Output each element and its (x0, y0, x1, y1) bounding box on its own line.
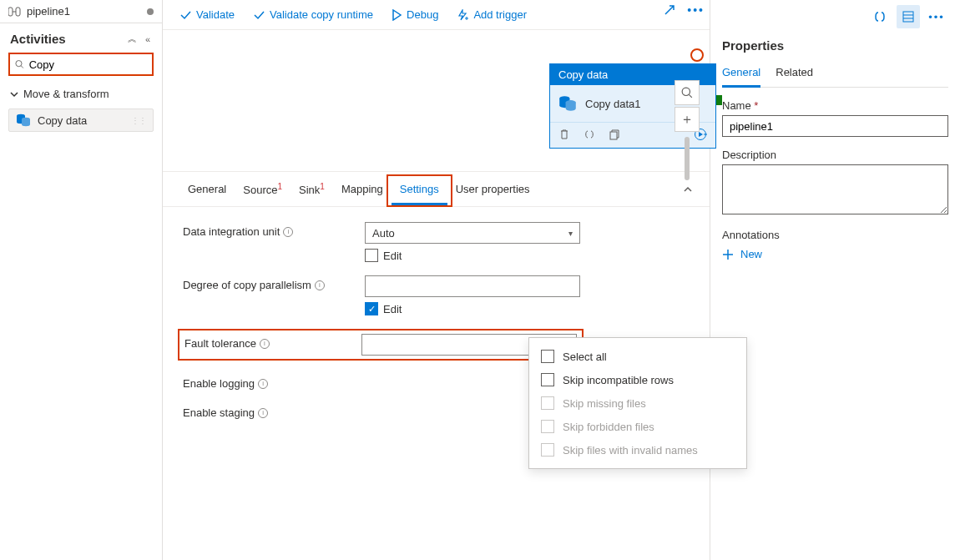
svg-rect-11 (610, 132, 617, 139)
properties-more-icon[interactable]: ••• (925, 5, 948, 28)
parallelism-label: Degree of copy parallelism (183, 279, 311, 291)
highlight-marker-icon (690, 48, 704, 62)
collapse-double-icon[interactable]: ︽ (126, 33, 139, 45)
validate-copy-button[interactable]: Validate copy runtime (253, 8, 373, 21)
option-label: Skip files with invalid names (563, 444, 698, 457)
info-icon[interactable]: i (315, 280, 325, 290)
activity-copy-data[interactable]: Copy data ⋮⋮ (8, 108, 154, 132)
settings-form: Data integration uniti Auto ▾ Edit Degre… (163, 207, 710, 447)
name-input[interactable] (722, 115, 948, 137)
svg-line-15 (689, 94, 692, 98)
activities-search-input[interactable] (29, 58, 147, 71)
option-label: Skip forbidden files (563, 421, 654, 433)
validate-label: Validate (196, 8, 235, 21)
checkbox-icon (541, 420, 554, 433)
canvas-search-button[interactable] (675, 80, 700, 105)
pipeline-icon (8, 6, 22, 18)
sink-badge: 1 (320, 182, 325, 191)
checkbox-icon (541, 350, 554, 363)
props-tab-related[interactable]: Related (776, 61, 813, 87)
svg-rect-16 (903, 12, 913, 22)
info-icon[interactable]: i (258, 379, 268, 389)
code-icon[interactable] (584, 129, 595, 140)
fault-tolerance-option: Skip files with invalid names (529, 438, 746, 462)
clone-icon[interactable] (609, 129, 620, 140)
svg-line-4 (21, 66, 23, 68)
parallelism-edit-checkbox[interactable]: ✓ Edit (365, 302, 580, 315)
props-tab-general[interactable]: General (722, 61, 760, 88)
tab-mapping[interactable]: Mapping (333, 173, 392, 205)
trigger-icon (457, 9, 468, 21)
collapse-left-icon[interactable]: « (144, 34, 152, 44)
validate-copy-label: Validate copy runtime (270, 8, 373, 21)
checkbox-icon (541, 443, 554, 457)
properties-view-button[interactable] (897, 5, 920, 28)
tab-user-properties[interactable]: User properties (447, 173, 538, 205)
properties-panel: ••• Properties General Related Name * De… (710, 0, 960, 560)
group-move-transform[interactable]: Move & transform (0, 83, 162, 105)
fault-tolerance-label: Fault tolerance (184, 337, 256, 350)
validate-button[interactable]: Validate (179, 8, 235, 21)
tab-sink[interactable]: Sink1 (291, 172, 333, 206)
svg-rect-1 (16, 8, 20, 16)
tab-settings[interactable]: Settings (392, 173, 447, 205)
checkbox-icon (541, 373, 554, 386)
pipeline-toolbar: Validate Validate copy runtime Debug Add… (163, 0, 710, 30)
description-input[interactable] (722, 164, 948, 214)
properties-heading: Properties (722, 38, 948, 53)
main-area: ••• Validate Validate copy runtime Debug… (163, 0, 710, 560)
canvas-add-button[interactable]: ＋ (675, 107, 700, 132)
new-annotation-button[interactable]: New (722, 248, 948, 260)
check-icon (253, 9, 265, 21)
code-view-button[interactable] (868, 5, 892, 28)
fault-tolerance-option[interactable]: Skip incompatible rows (529, 368, 746, 391)
diu-edit-checkbox[interactable]: Edit (365, 249, 580, 262)
fault-tolerance-option: Skip forbidden files (529, 415, 746, 438)
add-trigger-button[interactable]: Add trigger (457, 8, 527, 21)
group-label: Move & transform (23, 88, 109, 100)
required-asterisk-icon: * (754, 99, 758, 112)
enable-staging-label: Enable staging (183, 406, 255, 419)
name-label: Name (722, 99, 751, 112)
debug-button[interactable]: Debug (392, 8, 438, 21)
debug-label: Debug (407, 8, 438, 21)
pipeline-canvas[interactable]: Copy data Copy data1 ＋ (163, 30, 710, 172)
fault-tolerance-dropdown: Select allSkip incompatible rowsSkip mis… (528, 337, 747, 469)
activity-detail-tabs: General Source1 Sink1 Mapping Settings U… (163, 172, 710, 207)
info-icon[interactable]: i (260, 339, 270, 349)
edit-label: Edit (383, 303, 402, 315)
node-subtitle: Copy data1 (585, 98, 641, 110)
unsaved-indicator-icon (147, 8, 154, 15)
info-icon[interactable]: i (283, 227, 293, 237)
tab-source[interactable]: Source1 (235, 172, 291, 206)
play-icon (392, 9, 402, 21)
expand-icon[interactable] (664, 4, 675, 16)
more-icon[interactable]: ••• (687, 3, 705, 17)
diu-value: Auto (372, 227, 395, 240)
activities-heading: Activities (10, 32, 121, 46)
option-label: Skip incompatible rows (563, 374, 674, 386)
pipeline-tab[interactable]: pipeline1 (0, 0, 162, 23)
enable-logging-label: Enable logging (183, 377, 255, 390)
chevron-down-icon: ▾ (568, 229, 573, 238)
drag-grip-icon: ⋮⋮ (131, 116, 146, 125)
description-label: Description (722, 149, 948, 161)
info-icon[interactable]: i (258, 408, 268, 418)
source-badge: 1 (277, 182, 282, 191)
fault-tolerance-option: Skip missing files (529, 391, 746, 415)
parallelism-input[interactable] (365, 275, 580, 297)
activities-search[interactable] (8, 53, 154, 76)
search-icon (15, 59, 24, 69)
activity-label: Copy data (38, 114, 87, 127)
svg-point-14 (682, 88, 690, 95)
tab-general[interactable]: General (179, 173, 235, 205)
diu-select[interactable]: Auto ▾ (365, 222, 580, 244)
add-trigger-label: Add trigger (473, 8, 527, 21)
delete-icon[interactable] (558, 129, 570, 140)
collapse-panel-icon[interactable] (683, 184, 693, 194)
fault-tolerance-option[interactable]: Select all (529, 345, 746, 368)
plus-icon (722, 249, 734, 260)
success-connector-icon[interactable] (715, 95, 722, 105)
pipeline-name: pipeline1 (27, 5, 70, 18)
edit-label: Edit (383, 250, 402, 262)
